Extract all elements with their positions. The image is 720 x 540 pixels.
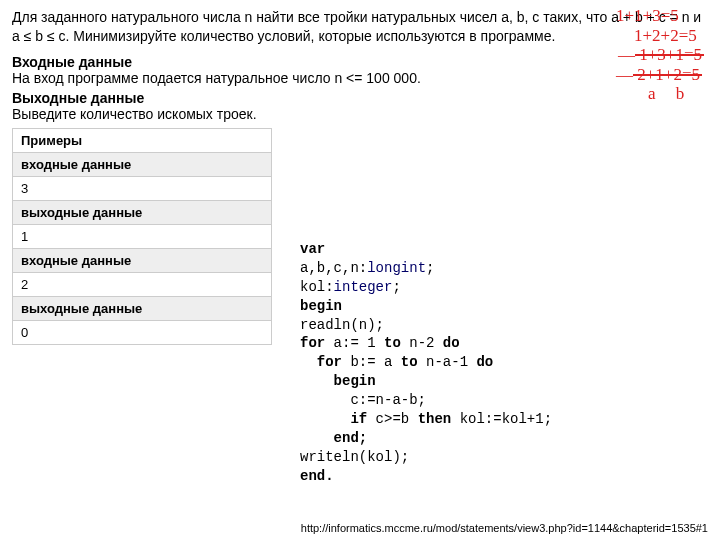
code-text: kol: [300, 279, 334, 295]
problem-statement: Для заданного натурального числа n найти… [12, 8, 708, 46]
input-text: На вход программе подается натуральное ч… [12, 70, 421, 86]
code-type: longint [367, 260, 426, 276]
problem-text: Для заданного натурального числа n найти… [12, 9, 701, 44]
code-text: ; [392, 279, 400, 295]
annot-line: — 2+1+2=5 [616, 65, 702, 85]
code-kw: do [443, 335, 460, 351]
code-kw: for [300, 335, 325, 351]
table-cell: 1 [13, 224, 272, 248]
code-kw: to [401, 354, 418, 370]
code-text: n-2 [401, 335, 443, 351]
code-text: a:= 1 [325, 335, 384, 351]
code-text: kol:=kol+1; [451, 411, 552, 427]
code-text: a,b,c,n: [300, 260, 367, 276]
table-header: выходные данные [13, 200, 272, 224]
annot-line: 1+1+3=5 [616, 6, 702, 26]
code-text: c>=b [367, 411, 417, 427]
code-type: integer [334, 279, 393, 295]
output-text: Выведите количество искомых троек. [12, 106, 257, 122]
output-section: Выходные данные Выведите количество иско… [12, 90, 708, 122]
table-cell: 0 [13, 320, 272, 344]
table-header: входные данные [13, 152, 272, 176]
annot-strike: 1+3+1=5 [639, 45, 702, 64]
table-header: входные данные [13, 248, 272, 272]
source-url: http://informatics.mccme.ru/mod/statemen… [301, 522, 708, 534]
table-cell: 2 [13, 272, 272, 296]
annot-line: a b [616, 84, 702, 104]
examples-caption: Примеры [13, 128, 272, 152]
table-cell: 3 [13, 176, 272, 200]
code-kw: end; [300, 430, 367, 446]
handwritten-annotation: 1+1+3=5 1+2+2=5 — 1+3+1=5 — 2+1+2=5 a b [616, 6, 702, 104]
annot-strike: 2+1+2=5 [637, 65, 700, 84]
code-kw: do [476, 354, 493, 370]
output-title: Выходные данные [12, 90, 144, 106]
examples-table: Примеры входные данные 3 выходные данные… [12, 128, 272, 345]
annot-line: 1+2+2=5 [616, 26, 702, 46]
code-text: c:=n-a-b; [300, 392, 426, 408]
code-text: b:= a [342, 354, 401, 370]
code-text: ; [426, 260, 434, 276]
annot-line: — 1+3+1=5 [616, 45, 702, 65]
code-kw: for [300, 354, 342, 370]
code-kw: end. [300, 468, 334, 484]
input-section: Входные данные На вход программе подаетс… [12, 54, 708, 86]
table-header: выходные данные [13, 296, 272, 320]
code-text: n-a-1 [418, 354, 477, 370]
code-block: var a,b,c,n:longint; kol:integer; begin … [300, 240, 552, 486]
code-kw: to [384, 335, 401, 351]
code-text: readln(n); [300, 317, 384, 333]
code-kw: begin [300, 298, 342, 314]
code-kw: begin [300, 373, 376, 389]
code-kw: then [418, 411, 452, 427]
code-text: writeln(kol); [300, 449, 409, 465]
input-title: Входные данные [12, 54, 132, 70]
code-kw: var [300, 241, 325, 257]
code-kw: if [300, 411, 367, 427]
